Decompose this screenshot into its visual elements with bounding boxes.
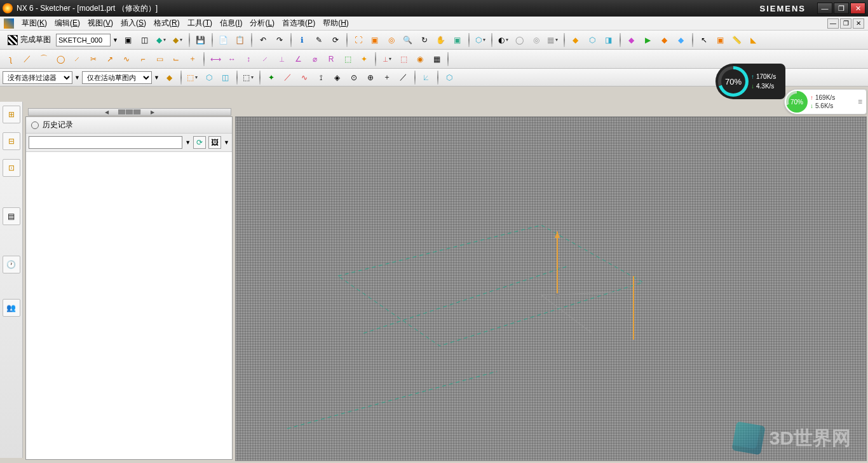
edit-obj-button[interactable]: ✎	[311, 32, 327, 48]
measure-button[interactable]: 📏	[729, 32, 745, 48]
menu-tools[interactable]: 工具(T)	[184, 17, 216, 30]
shade-button[interactable]: ▦	[545, 32, 560, 48]
render-style-button[interactable]: ◐	[496, 32, 511, 48]
derived-line-button[interactable]: ⟋	[69, 52, 85, 67]
object-info-button[interactable]: ℹ	[295, 32, 310, 48]
constraint-navigator-button[interactable]: ⊡	[3, 159, 20, 177]
splitter-handle[interactable]: ◀ ▶	[28, 108, 231, 116]
mdi-minimize-button[interactable]: —	[827, 18, 839, 29]
selection-filter-select[interactable]: 没有选择过滤器	[3, 71, 72, 84]
snap-mid-button[interactable]: ◈	[330, 70, 345, 85]
layer-button[interactable]: ◆	[568, 32, 583, 48]
history-path-input[interactable]	[29, 136, 182, 149]
network-overlay-light[interactable]: 70% 169K/s 5.6K/s ≡	[784, 89, 867, 114]
assembly-navigator-button[interactable]: ⊟	[3, 132, 20, 150]
update-button[interactable]: ◆	[154, 32, 169, 48]
net2-menu-button[interactable]: ≡	[858, 97, 862, 106]
wireframe-button[interactable]: ◯	[512, 32, 527, 48]
reset-display-button[interactable]: ⬡	[442, 70, 457, 85]
profile-button[interactable]: ʅ	[3, 52, 18, 67]
corner-button[interactable]: ⌙	[168, 52, 184, 67]
snap-ctr-button[interactable]: ⊙	[346, 70, 362, 85]
snap-curve-button[interactable]: ∿	[297, 70, 312, 85]
snap-line-button[interactable]: ／	[280, 70, 295, 85]
view-cube-button[interactable]: ▣	[450, 32, 465, 48]
sel-face-button[interactable]: ◫	[218, 70, 233, 85]
maximize-button[interactable]: ❐	[834, 3, 849, 14]
stop-button[interactable]: ◆	[657, 32, 672, 48]
par-dim-button[interactable]: ⟋	[257, 52, 273, 67]
rectangle-button[interactable]: ▭	[152, 52, 167, 67]
circle-button[interactable]: ◯	[53, 52, 68, 67]
sketch-name-dropdown[interactable]: ▼	[112, 37, 118, 43]
menu-help[interactable]: 帮助(H)	[319, 17, 353, 30]
perp-dim-button[interactable]: ⟂	[274, 52, 289, 67]
menu-sketch[interactable]: 草图(K)	[18, 17, 51, 30]
menu-analyze[interactable]: 分析(L)	[246, 17, 278, 30]
paste-button[interactable]: 📋	[233, 32, 248, 48]
part-navigator-button[interactable]: ⊞	[3, 106, 20, 123]
quick-trim-button[interactable]: ✂	[86, 52, 101, 67]
constraint-button[interactable]: ▣	[713, 32, 728, 48]
zoom-dyn-button[interactable]: 🔍	[400, 32, 416, 48]
menu-format[interactable]: 格式(R)	[150, 17, 184, 30]
auto-constraint-button[interactable]: ⬚	[396, 52, 411, 67]
pin-icon[interactable]	[31, 121, 39, 129]
snap-inf-button[interactable]: ✦	[264, 70, 279, 85]
roles-button[interactable]: 👥	[3, 299, 20, 317]
transform-button[interactable]: ⟳	[328, 32, 343, 48]
selection-scope-select[interactable]: 仅在活动草图内	[82, 71, 152, 84]
sel-rect-button[interactable]: ⬚	[241, 70, 256, 85]
zoom-button[interactable]: ◎	[384, 32, 399, 48]
snap-quad-button[interactable]: ⊕	[363, 70, 378, 85]
copy-button[interactable]: 📄	[216, 32, 231, 48]
snap-int-button[interactable]: ＋	[379, 70, 395, 85]
angle-button[interactable]: ◣	[746, 32, 761, 48]
fillet-button[interactable]: ⌐	[135, 52, 151, 67]
point-button[interactable]: ＋	[185, 52, 200, 67]
auto-dim-button[interactable]: ✦	[356, 52, 372, 67]
show-constraint-button[interactable]: ◉	[412, 52, 428, 67]
inf-dim-button[interactable]: ⟷	[208, 52, 223, 67]
dia-dim-button[interactable]: ⌀	[307, 52, 322, 67]
redo-button[interactable]: ↷	[272, 32, 287, 48]
quick-extend-button[interactable]: ↗	[102, 52, 118, 67]
sel-body-button[interactable]: ⬡	[201, 70, 217, 85]
menu-prefs[interactable]: 首选项(P)	[278, 17, 319, 30]
line-button[interactable]: ／	[20, 52, 35, 67]
horiz-dim-button[interactable]: ↔	[224, 52, 240, 67]
minimize-button[interactable]: —	[817, 3, 832, 14]
close-button[interactable]: ✕	[850, 3, 865, 14]
resource-bar-button[interactable]: ▤	[3, 207, 20, 225]
hidden-button[interactable]: ◎	[529, 32, 544, 48]
zoom-area-button[interactable]: ▣	[367, 32, 383, 48]
menu-insert[interactable]: 插入(S)	[117, 17, 150, 30]
save-button[interactable]: 💾	[193, 32, 208, 48]
history-refresh-button[interactable]: ⟳	[193, 136, 206, 149]
mdi-restore-button[interactable]: ❐	[840, 18, 851, 29]
network-overlay-dark[interactable]: 70% 170K/s 4.3K/s	[715, 64, 785, 99]
geo-constraint-button[interactable]: ⟂	[379, 52, 395, 67]
snap-near-button[interactable]: ／	[396, 70, 411, 85]
ang-dim-button[interactable]: ∠	[290, 52, 306, 67]
mdi-close-button[interactable]: ✕	[853, 18, 864, 29]
fit-button[interactable]: ⛶	[351, 32, 366, 48]
step-button[interactable]: ◆	[674, 32, 689, 48]
perim-dim-button[interactable]: ⬚	[340, 52, 355, 67]
snap-end-button[interactable]: ⟟	[313, 70, 329, 85]
iso-view-button[interactable]: ⬡	[473, 32, 488, 48]
record-button[interactable]: ▶	[641, 32, 656, 48]
sel-all-button[interactable]: ◆	[162, 70, 177, 85]
history-button[interactable]: 🕐	[3, 256, 20, 273]
spline-button[interactable]: ∿	[119, 52, 134, 67]
rotate-button[interactable]: ↻	[417, 32, 432, 48]
arc-button[interactable]: ⌒	[36, 52, 51, 67]
undo-button[interactable]: ↶	[255, 32, 271, 48]
orient-sketch-button[interactable]: ▣	[121, 32, 136, 48]
history-list[interactable]	[26, 152, 232, 459]
menu-view[interactable]: 视图(V)	[84, 17, 117, 30]
pan-button[interactable]: ✋	[433, 32, 449, 48]
sel-intent-button[interactable]: ⬚	[185, 70, 200, 85]
convert-ref-button[interactable]: ▦	[429, 52, 444, 67]
sketch-name-input[interactable]	[56, 34, 111, 46]
